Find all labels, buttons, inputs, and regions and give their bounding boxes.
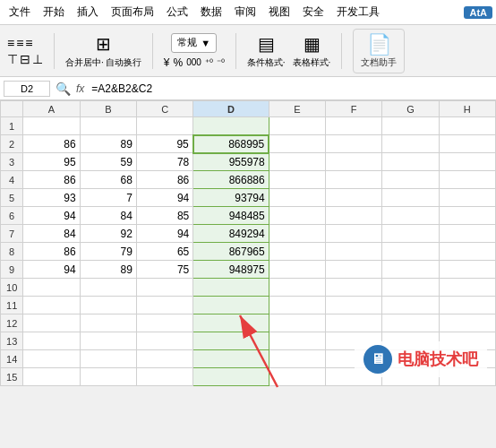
cell-d[interactable] <box>193 332 269 350</box>
cell-e[interactable] <box>269 135 325 153</box>
cell-d[interactable]: 866886 <box>193 171 269 189</box>
cell-d[interactable] <box>193 314 269 332</box>
cell-d[interactable]: 948485 <box>193 207 269 225</box>
cell-g[interactable] <box>382 297 439 314</box>
cell-h[interactable] <box>439 153 495 171</box>
doc-assistant-button[interactable]: 📄 文档助手 <box>353 29 405 73</box>
cell-a[interactable]: 94 <box>23 261 80 279</box>
cell-d[interactable]: 867965 <box>193 243 269 261</box>
cell-d[interactable] <box>193 117 269 135</box>
cell-d[interactable]: 955978 <box>193 153 269 171</box>
col-header-g[interactable]: G <box>382 101 439 117</box>
cell-b[interactable]: 89 <box>80 135 136 153</box>
cell-f[interactable] <box>326 225 382 243</box>
cell-e[interactable] <box>269 279 325 297</box>
cell-h[interactable] <box>439 171 495 189</box>
cell-e[interactable] <box>269 117 325 135</box>
cell-e[interactable] <box>269 297 325 314</box>
cell-a[interactable] <box>23 117 80 135</box>
cell-b[interactable] <box>80 368 136 386</box>
col-header-e[interactable]: E <box>269 101 325 117</box>
cell-c[interactable] <box>136 314 192 332</box>
cell-b[interactable]: 68 <box>80 171 136 189</box>
cell-h[interactable] <box>439 189 495 207</box>
format-dropdown[interactable]: 常规 ▼ <box>171 33 217 53</box>
cell-c[interactable] <box>136 117 192 135</box>
cell-c[interactable] <box>136 350 192 368</box>
dec-inc-btn[interactable]: ⁺⁰ <box>205 57 213 67</box>
cell-f[interactable] <box>326 207 382 225</box>
thousands-btn[interactable]: 000 <box>186 57 201 67</box>
cell-b[interactable]: 84 <box>80 207 136 225</box>
cell-h[interactable] <box>439 261 495 279</box>
merge-label[interactable]: 合并居中· <box>65 56 104 69</box>
cell-c[interactable]: 75 <box>136 261 192 279</box>
menu-file[interactable]: 文件 <box>4 3 36 22</box>
menu-review[interactable]: 审阅 <box>229 3 261 22</box>
cell-e[interactable] <box>269 332 325 350</box>
menu-security[interactable]: 安全 <box>297 3 329 22</box>
menu-page-layout[interactable]: 页面布局 <box>106 3 159 22</box>
dec-dec-btn[interactable]: ⁻⁰ <box>217 57 225 67</box>
cell-e[interactable] <box>269 171 325 189</box>
cell-f[interactable] <box>326 297 382 314</box>
cell-c[interactable]: 94 <box>136 225 192 243</box>
cell-e[interactable] <box>269 350 325 368</box>
cell-f[interactable] <box>326 279 382 297</box>
cell-f[interactable] <box>326 189 382 207</box>
cell-b[interactable]: 92 <box>80 225 136 243</box>
cell-h[interactable] <box>439 207 495 225</box>
cell-e[interactable] <box>269 153 325 171</box>
cell-d[interactable] <box>193 279 269 297</box>
cell-d[interactable]: 868995 <box>193 135 269 153</box>
cell-c[interactable] <box>136 368 192 386</box>
cell-d[interactable] <box>193 368 269 386</box>
menu-formula[interactable]: 公式 <box>161 3 193 22</box>
cell-d[interactable] <box>193 297 269 314</box>
cell-g[interactable] <box>382 279 439 297</box>
cell-e[interactable] <box>269 225 325 243</box>
menu-developer[interactable]: 开发工具 <box>331 3 385 22</box>
col-header-f[interactable]: F <box>326 101 382 117</box>
cell-a[interactable]: 84 <box>23 225 80 243</box>
cell-h[interactable] <box>439 297 495 314</box>
cell-f[interactable] <box>326 117 382 135</box>
col-header-a[interactable]: A <box>23 101 80 117</box>
cell-b[interactable]: 79 <box>80 243 136 261</box>
cell-b[interactable]: 89 <box>80 261 136 279</box>
wrap-label[interactable]: 自动换行 <box>106 56 141 69</box>
cell-g[interactable] <box>382 314 439 332</box>
cell-g[interactable] <box>382 243 439 261</box>
search-formula-icon[interactable]: 🔍 <box>54 82 73 96</box>
cell-b[interactable]: 59 <box>80 153 136 171</box>
cell-f[interactable] <box>326 153 382 171</box>
cell-a[interactable]: 86 <box>23 135 80 153</box>
cell-h[interactable] <box>439 279 495 297</box>
cell-c[interactable]: 86 <box>136 171 192 189</box>
cell-b[interactable] <box>80 279 136 297</box>
cell-b[interactable] <box>80 117 136 135</box>
cell-a[interactable]: 94 <box>23 207 80 225</box>
col-header-b[interactable]: B <box>80 101 136 117</box>
cell-g[interactable] <box>382 225 439 243</box>
cell-a[interactable] <box>23 350 80 368</box>
cell-h[interactable] <box>439 243 495 261</box>
menu-data[interactable]: 数据 <box>195 3 227 22</box>
cell-f[interactable] <box>326 261 382 279</box>
cell-e[interactable] <box>269 368 325 386</box>
cell-h[interactable] <box>439 225 495 243</box>
cell-a[interactable] <box>23 368 80 386</box>
cell-g[interactable] <box>382 117 439 135</box>
cell-f[interactable] <box>326 243 382 261</box>
cell-b[interactable]: 7 <box>80 189 136 207</box>
table-style-label[interactable]: 表格样式· <box>293 56 331 69</box>
cell-d[interactable]: 849294 <box>193 225 269 243</box>
cell-a[interactable]: 86 <box>23 171 80 189</box>
percent-btn[interactable]: % <box>173 56 183 69</box>
cell-b[interactable] <box>80 297 136 314</box>
cell-d[interactable]: 948975 <box>193 261 269 279</box>
cell-a[interactable] <box>23 314 80 332</box>
cell-e[interactable] <box>269 261 325 279</box>
cell-a[interactable] <box>23 297 80 314</box>
cell-a[interactable]: 93 <box>23 189 80 207</box>
